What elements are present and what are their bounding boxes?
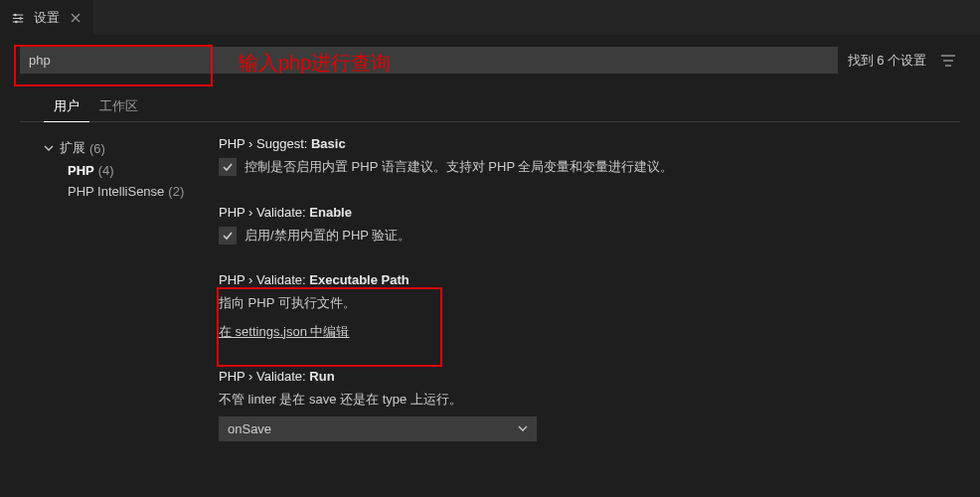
setting-name: Executable Path: [309, 272, 408, 287]
tree-count: (2): [168, 184, 184, 199]
validate-run-select[interactable]: onSave: [219, 416, 537, 441]
setting-name: Basic: [311, 136, 346, 151]
setting-category: PHP › Validate:: [219, 205, 309, 220]
settings-icon: [10, 10, 26, 26]
settings-tree: 扩展 (6) PHP (4) PHP IntelliSense (2): [20, 136, 219, 469]
setting-category: PHP › Validate:: [219, 369, 309, 384]
checkbox[interactable]: [219, 227, 237, 245]
setting-description: 指向 PHP 可执行文件。: [219, 293, 940, 313]
tree-item-php[interactable]: PHP (4): [34, 160, 219, 181]
svg-point-2: [15, 20, 18, 23]
setting-category: PHP › Validate:: [219, 272, 309, 287]
close-icon[interactable]: [68, 10, 83, 26]
setting-description: 启用/禁用内置的 PHP 验证。: [245, 226, 410, 246]
setting-category: PHP › Suggest:: [219, 136, 311, 151]
settings-list: PHP › Suggest: Basic 控制是否启用内置 PHP 语言建议。支…: [219, 136, 960, 469]
settings-tab[interactable]: 设置: [0, 0, 93, 35]
chevron-down-icon: [518, 423, 528, 435]
tree-label: PHP: [68, 163, 94, 178]
setting-php-validate-run: PHP › Validate: Run 不管 linter 是在 save 还是…: [219, 369, 940, 442]
tab-title: 设置: [34, 9, 60, 27]
setting-name: Run: [309, 369, 334, 384]
checkbox[interactable]: [219, 158, 237, 176]
tree-label: 扩展: [60, 139, 85, 157]
setting-name: Enable: [309, 205, 352, 220]
tree-count: (4): [98, 163, 114, 178]
tree-label: PHP IntelliSense: [68, 184, 164, 199]
setting-description: 控制是否启用内置 PHP 语言建议。支持对 PHP 全局变量和变量进行建议。: [245, 157, 673, 177]
tab-workspace[interactable]: 工作区: [89, 91, 148, 121]
tab-user[interactable]: 用户: [44, 91, 89, 122]
filter-icon[interactable]: [936, 49, 960, 73]
setting-php-suggest-basic: PHP › Suggest: Basic 控制是否启用内置 PHP 语言建议。支…: [219, 136, 940, 177]
chevron-down-icon: [44, 141, 56, 156]
settings-search-input[interactable]: [20, 47, 838, 74]
setting-php-validate-enable: PHP › Validate: Enable 启用/禁用内置的 PHP 验证。: [219, 205, 940, 246]
svg-point-1: [19, 17, 22, 20]
search-result-count: 找到 6 个设置: [848, 52, 926, 70]
setting-php-validate-executable-path: PHP › Validate: Executable Path 指向 PHP 可…: [219, 272, 940, 341]
checkmark-icon: [222, 161, 234, 173]
tree-item-extensions[interactable]: 扩展 (6): [34, 136, 219, 160]
setting-description: 不管 linter 是在 save 还是在 type 上运行。: [219, 390, 940, 410]
svg-point-0: [14, 13, 17, 16]
select-value: onSave: [228, 421, 271, 436]
editor-tab-bar: 设置: [0, 0, 980, 35]
edit-in-settings-json-link[interactable]: 在 settings.json 中编辑: [219, 324, 350, 339]
checkmark-icon: [222, 230, 234, 242]
tree-count: (6): [89, 141, 105, 156]
tree-item-php-intellisense[interactable]: PHP IntelliSense (2): [34, 181, 219, 202]
scope-tabs: 用户 工作区: [20, 91, 960, 122]
